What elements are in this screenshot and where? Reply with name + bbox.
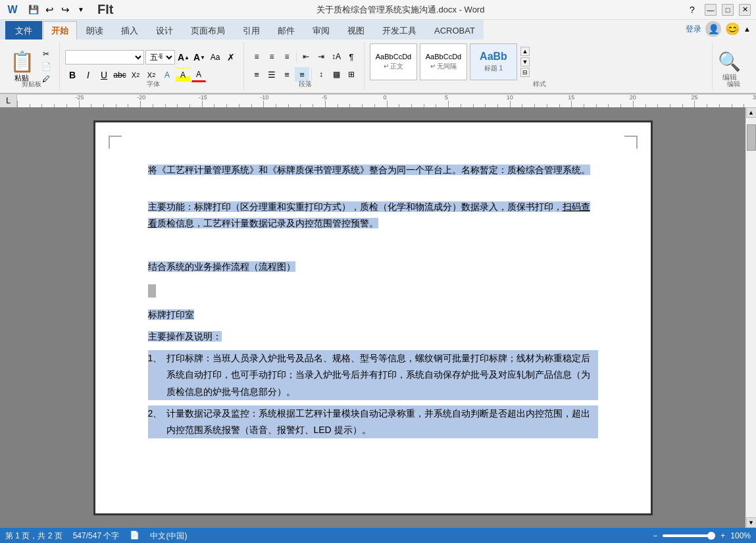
styles-group: AaBbCcDd ↵ 正文 AaBbCcDd ↵ 无间隔 AaBb 标题 1 ▲… (367, 42, 713, 90)
document-empty-1 (148, 184, 598, 194)
style-heading1-label: 标题 1 (484, 64, 503, 73)
status-left: 第 1 页，共 2 页 547/547 个字 📄 中文(中国) (5, 530, 187, 542)
increase-indent-button[interactable]: ⇥ (314, 49, 328, 64)
document-paragraph-2: 主要功能：标牌打印（区分理重和实重打印方式），质检（化学和物流成分）数据录入，质… (148, 199, 598, 232)
list-item-1: 1、 打印标牌：当班人员录入炉批号及品名、规格、型号等信息，螺纹钢可批量打印标牌… (148, 350, 598, 400)
clear-formatting-button[interactable]: ✗ (224, 50, 238, 65)
font-size-select[interactable]: 五号 (145, 50, 175, 65)
scroll-track[interactable] (746, 118, 756, 517)
zoom-out-button[interactable]: − (653, 531, 657, 540)
ruler-corner[interactable]: L (0, 94, 17, 107)
user-icon[interactable]: 👤 (705, 21, 721, 37)
document-area: 将《工艺秤计量管理系统》和《标牌质保书管理系统》整合为同一个平台上。名称暂定：质… (0, 107, 756, 528)
tab-design[interactable]: 设计 (147, 21, 182, 39)
help-icon[interactable]: ? (685, 3, 699, 17)
save-icon[interactable]: 💾 (26, 3, 41, 17)
style-normal-button[interactable]: AaBbCcDd ↵ 正文 (370, 43, 417, 80)
undo-icon[interactable]: ↩ (42, 3, 57, 17)
status-bar: 第 1 页，共 2 页 547/547 个字 📄 中文(中国) − + 100% (0, 528, 756, 543)
tab-read[interactable]: 朗读 (78, 21, 112, 39)
style-nospace-label: ↵ 无间隔 (430, 62, 457, 71)
styles-label: 样式 (367, 80, 712, 89)
editing-icon[interactable]: 🔍 (718, 51, 741, 72)
ruler-area: L -25-20-15-10-5051015202530 (0, 94, 756, 107)
change-case-button[interactable]: Aa (208, 50, 222, 65)
tab-developer[interactable]: 开发工具 (374, 21, 425, 39)
scroll-down-button[interactable]: ▼ (746, 517, 757, 528)
style-nospace-button[interactable]: AaBbCcDd ↵ 无间隔 (420, 43, 467, 80)
multilevel-list-button[interactable]: ≡ (280, 49, 294, 64)
para2-start: 主要功能：标牌打印（区分理重和实重打印方式），质检（化学和物流成分）数据录入，质… (148, 201, 563, 212)
styles-more[interactable]: ⊟ (520, 68, 530, 77)
zoom-slider[interactable] (663, 534, 715, 537)
para3-text: 结合系统的业务操作流程（流程图） (148, 261, 295, 272)
maximize-button[interactable]: □ (722, 4, 734, 16)
cut-button[interactable]: ✂ (38, 48, 54, 60)
shrink-font-button[interactable]: A▼ (192, 50, 207, 65)
status-right: − + 100% (653, 531, 751, 540)
emoji-icon[interactable]: 😊 (725, 22, 740, 36)
font-group: 五号 A▲ A▼ Aa ✗ B I U abc X2 X2 A A A (63, 42, 244, 90)
ribbon-collapse-icon[interactable]: ▲ (743, 25, 751, 33)
language: 中文(中国) (150, 530, 187, 542)
style-normal-label: ↵ 正文 (384, 62, 404, 71)
styles-scroll: ▲ ▼ ⊟ (520, 47, 530, 77)
font-name-select[interactable] (65, 50, 144, 65)
ribbon-tabs: 文件 开始 朗读 插入 设计 页面布局 引用 邮件 审阅 视图 开发工具 ACR… (0, 20, 484, 39)
para2-end: 质检信息，工艺秤计量数据记录及内控范围管控预警。 (157, 218, 378, 228)
horizontal-ruler: -25-20-15-10-5051015202530 (17, 94, 756, 107)
font-label: 字体 (63, 80, 243, 89)
word-logo-icon[interactable]: W (5, 3, 20, 17)
tab-acrobat[interactable]: ACROBAT (426, 21, 484, 39)
document-scroll: 将《工艺秤计量管理系统》和《标牌质保书管理系统》整合为同一个平台上。名称暂定：质… (0, 107, 745, 528)
redo-icon[interactable]: ↪ (58, 3, 72, 17)
grow-font-button[interactable]: A▲ (176, 50, 191, 65)
tab-file[interactable]: 文件 (5, 21, 42, 39)
list2-text: 计量数据记录及监控：系统根据工艺秤计量模块自动记录称重，并系统自动判断是否超出内… (166, 405, 598, 438)
document-paragraph-5: 主要操作及说明： (148, 328, 598, 345)
paragraph-group: ≡ ≡ ≡ ⇤ ⇥ ↕A ¶ ≡ ☰ ≡ ≡ ↕ ▩ ⊞ (247, 42, 365, 90)
scroll-thumb[interactable] (747, 124, 756, 151)
title-bar: W 💾 ↩ ↪ ▼ FIt 关于质检综合管理系统实施沟通.docx - Word… (0, 0, 756, 20)
minimize-button[interactable]: — (705, 4, 717, 16)
tab-insert[interactable]: 插入 (113, 21, 147, 39)
document-empty-3 (148, 280, 598, 301)
sort-button[interactable]: ↕A (329, 49, 343, 64)
tab-view[interactable]: 视图 (339, 21, 373, 39)
editing-group: 🔍 编辑 编辑 (715, 42, 752, 90)
tab-mailings[interactable]: 邮件 (269, 21, 303, 39)
zoom-percent: 100% (730, 531, 751, 540)
tab-review[interactable]: 审阅 (304, 21, 338, 39)
scroll-up-button[interactable]: ▲ (746, 107, 757, 118)
login-label[interactable]: 登录 (686, 24, 701, 35)
styles-scroll-up[interactable]: ▲ (520, 47, 530, 56)
style-heading1-button[interactable]: AaBb 标题 1 (470, 43, 517, 80)
list1-num: 1、 (148, 350, 166, 400)
para-row-1: ≡ ≡ ≡ ⇤ ⇥ ↕A ¶ (249, 49, 359, 64)
clipboard-group: 📋 粘贴 ✂ 📄 🖊 剪贴板 (4, 42, 60, 90)
zoom-in-button[interactable]: + (720, 531, 725, 540)
bullets-button[interactable]: ≡ (249, 49, 264, 64)
styles-scroll-down[interactable]: ▼ (520, 57, 530, 66)
style-normal-name: AaBbCcDd (376, 53, 411, 61)
paste-icon: 📋 (10, 50, 34, 73)
numbering-button[interactable]: ≡ (265, 49, 279, 64)
record-icon: 📄 (130, 530, 139, 542)
style-nospace-name: AaBbCcDd (426, 53, 461, 61)
para1-text: 将《工艺秤计量管理系统》和《标牌质保书管理系统》整合为同一个平台上。名称暂定：质… (148, 165, 590, 175)
fit-label: FIt (95, 2, 116, 17)
close-button[interactable]: ✕ (739, 4, 751, 16)
tab-references[interactable]: 引用 (234, 21, 268, 39)
decrease-indent-button[interactable]: ⇤ (299, 49, 313, 64)
tab-layout[interactable]: 页面布局 (182, 21, 234, 39)
customize-qat-icon[interactable]: ▼ (74, 3, 88, 17)
quick-access-toolbar: 💾 ↩ ↪ ▼ (22, 3, 92, 17)
zoom-thumb[interactable] (707, 532, 715, 540)
window-title: 关于质检综合管理系统实施沟通.docx - Word (116, 4, 685, 16)
document-page: 将《工艺秤计量管理系统》和《标牌质保书管理系统》整合为同一个平台上。名称暂定：质… (93, 120, 653, 515)
tab-start[interactable]: 开始 (43, 21, 77, 39)
list2-num: 2、 (148, 405, 166, 438)
copy-button[interactable]: 📄 (38, 61, 54, 72)
show-marks-button[interactable]: ¶ (344, 49, 359, 64)
paragraph-label: 段落 (247, 80, 364, 89)
